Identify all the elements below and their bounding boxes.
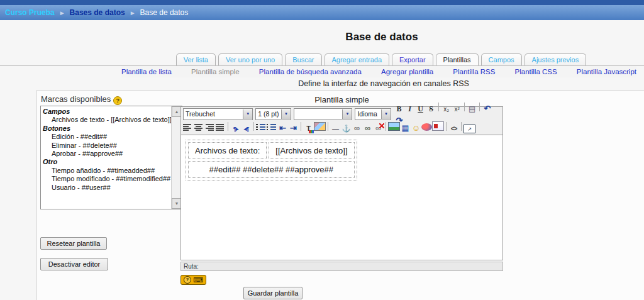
template-buttons-cell: ##edit## ##delete## ##approve##: [188, 161, 355, 178]
strikethrough-icon[interactable]: S: [426, 104, 436, 114]
top-strip: [0, 0, 644, 5]
tab[interactable]: Ver lista: [176, 53, 216, 65]
separator: [253, 122, 254, 131]
paste-clean-icon[interactable]: [432, 121, 444, 131]
underline-icon[interactable]: U: [415, 104, 426, 114]
template-description: Define la interfaz de navegación en cana…: [239, 79, 528, 88]
chevron-down-icon[interactable]: ▼: [243, 109, 252, 119]
tab[interactable]: Buscar: [285, 53, 321, 65]
toolbar-buttons-2: ¶▸◂¶⇤⇥T—⚓∞∞∞▦☺<>↗: [183, 121, 475, 135]
tab[interactable]: Ver uno por uno: [218, 53, 282, 65]
subnav-link[interactable]: Plantilla CSS: [515, 68, 557, 75]
subnav-link[interactable]: Plantilla de lista: [121, 68, 172, 75]
subnav-link[interactable]: Plantilla de búsqueda avanzada: [259, 68, 362, 75]
font-color-icon[interactable]: T: [303, 123, 314, 133]
breadcrumb: Curso Prueba ► Bases de datos ► Base de …: [0, 5, 644, 20]
smiley-icon[interactable]: ☺: [411, 123, 421, 133]
tag-item[interactable]: Tiempo añadido - ##timeadded##: [43, 167, 171, 175]
keyboard-icon: ⌨: [193, 277, 203, 283]
align-justify-icon[interactable]: [215, 123, 226, 131]
available-tags-listbox[interactable]: CamposArchivos de texto - [[Archivos de …: [40, 106, 182, 209]
bullet-list-icon[interactable]: [267, 123, 277, 131]
tab[interactable]: Agregar entrada: [325, 53, 390, 65]
tag-item[interactable]: Edición - ##edit##: [43, 133, 171, 141]
special-char-icon[interactable]: [421, 123, 432, 131]
subnav-link[interactable]: Plantilla RSS: [453, 68, 495, 75]
separator: [461, 122, 462, 131]
tag-item[interactable]: Botones: [43, 125, 171, 133]
language-select-value: Idioma: [355, 110, 381, 118]
outdent-icon[interactable]: ⇤: [277, 123, 288, 133]
tab[interactable]: Exportar: [392, 53, 433, 65]
anchor-icon[interactable]: ⚓: [341, 123, 352, 134]
indent-icon[interactable]: ⇥: [288, 123, 299, 133]
tab[interactable]: Campos: [481, 53, 522, 65]
question-icon: ?: [184, 276, 191, 284]
rtl-icon[interactable]: ◂¶: [241, 123, 252, 134]
subscript-icon[interactable]: x₂: [441, 104, 452, 114]
font-select[interactable]: Trebuchet ▼: [183, 108, 253, 120]
insert-table-icon[interactable]: ▦: [400, 123, 411, 133]
breadcrumb-current: Base de datos: [140, 8, 189, 17]
template-field-label-cell: Archivos de texto:: [188, 142, 267, 159]
chevron-down-icon[interactable]: ▼: [281, 109, 291, 119]
available-tags-label: Marcas disponibles: [41, 94, 111, 104]
insert-image-icon[interactable]: [388, 122, 400, 131]
superscript-icon[interactable]: x²: [452, 104, 462, 114]
highlight-color-icon[interactable]: [314, 122, 326, 131]
tag-item[interactable]: Tiempo modificado - ##timemodified##: [43, 175, 171, 183]
remove-link-icon[interactable]: ∞: [373, 123, 384, 133]
tag-item[interactable]: Campos: [43, 108, 171, 116]
tab-bar: Ver listaVer uno por unoBuscarAgregar en…: [118, 53, 644, 65]
disable-editor-button[interactable]: Desactivar editor: [40, 258, 108, 270]
style-select[interactable]: ▼: [294, 108, 352, 120]
toolbar-row-2: ¶▸◂¶⇤⇥T—⚓∞∞∞▦☺<>↗: [181, 121, 502, 135]
breadcrumb-activity-link[interactable]: Bases de datos: [70, 8, 125, 17]
available-tags-title: Marcas disponibles?: [41, 94, 122, 105]
enlarge-editor-icon[interactable]: ↗: [464, 125, 475, 133]
separator: [438, 103, 439, 111]
subnav-link[interactable]: Plantilla Javascript: [577, 68, 636, 75]
subnav-link[interactable]: Plantilla simple: [191, 68, 240, 75]
breadcrumb-separator-icon: ►: [130, 9, 136, 16]
align-left-icon[interactable]: [183, 123, 194, 131]
align-center-icon[interactable]: [194, 123, 204, 131]
bold-icon[interactable]: B: [394, 104, 404, 114]
ordered-list-icon[interactable]: [256, 123, 267, 131]
tag-item[interactable]: Eliminar - ##delete##: [43, 142, 171, 150]
tag-item[interactable]: Otro: [43, 158, 171, 166]
separator: [479, 103, 480, 111]
save-template-button[interactable]: Guardar plantilla: [243, 287, 303, 299]
toolbar-row-1: Trebuchet ▼ 1 (8 pt) ▼ ▼ Idioma ▼ BIUSx₂…: [181, 107, 502, 121]
undo-icon[interactable]: ↶: [482, 103, 492, 114]
tag-item[interactable]: Archivos de texto - [[Archivos de texto]…: [43, 116, 171, 124]
subnav-link[interactable]: Agregar plantilla: [381, 68, 433, 75]
tag-item[interactable]: Aprobar - ##approve##: [43, 150, 171, 158]
size-select[interactable]: 1 (8 pt) ▼: [255, 108, 291, 120]
page: Curso Prueba ► Bases de datos ► Base de …: [0, 0, 644, 300]
reset-template-button[interactable]: Resetear plantilla: [40, 237, 107, 250]
breadcrumb-separator-icon: ►: [59, 9, 65, 16]
template-table: Archivos de texto: [[Archivos de texto]]…: [186, 140, 357, 181]
tab[interactable]: Plantillas: [436, 53, 479, 65]
italic-icon[interactable]: I: [404, 104, 415, 114]
unlink-icon[interactable]: ∞: [362, 123, 373, 133]
align-right-icon[interactable]: [204, 123, 215, 131]
editor-help-badge[interactable]: ? ⌨: [180, 275, 206, 285]
separator: [386, 122, 386, 131]
link-icon[interactable]: ∞: [352, 123, 362, 133]
ltr-icon[interactable]: ¶▸: [230, 123, 241, 134]
breadcrumb-course-link[interactable]: Curso Prueba: [5, 8, 55, 17]
html-source-icon[interactable]: <>: [448, 123, 459, 134]
chevron-down-icon[interactable]: ▼: [342, 109, 352, 119]
font-select-value: Trebuchet: [184, 110, 243, 118]
tab[interactable]: Ajustes previos: [525, 53, 587, 65]
horizontal-rule-icon[interactable]: —: [330, 123, 341, 133]
editor-content-area[interactable]: Archivos de texto: [[Archivos de texto]]…: [181, 135, 502, 260]
chevron-down-icon[interactable]: ▼: [381, 109, 391, 119]
separator: [446, 122, 447, 131]
language-select[interactable]: Idioma ▼: [355, 108, 391, 120]
help-icon[interactable]: ?: [113, 96, 122, 105]
tag-item[interactable]: Usuario - ##user##: [43, 184, 171, 192]
clean-word-icon[interactable]: ▤: [467, 103, 477, 114]
